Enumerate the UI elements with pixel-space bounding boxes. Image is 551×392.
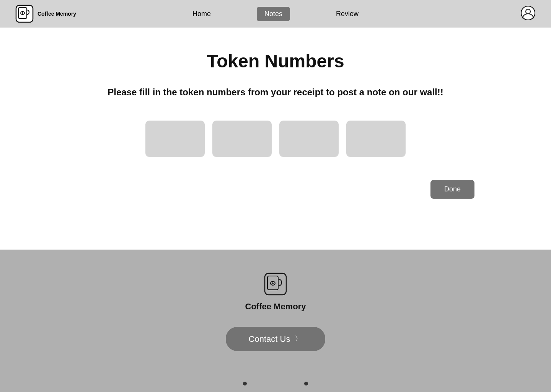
svg-point-4 <box>526 9 530 14</box>
footer-brand-name: Coffee Memory <box>245 302 306 312</box>
nav-home[interactable]: Home <box>185 7 218 21</box>
nav-links: Home Notes Review <box>185 7 366 21</box>
coffee-memory-logo-icon <box>15 5 34 23</box>
nav-notes[interactable]: Notes <box>257 7 290 21</box>
page-title: Token Numbers <box>0 51 551 72</box>
token-input-1[interactable] <box>145 121 205 157</box>
token-inputs-row <box>0 121 551 157</box>
brand-logo[interactable]: Coffee Memory <box>15 5 76 23</box>
user-icon[interactable] <box>520 5 536 22</box>
token-input-4[interactable] <box>346 121 406 157</box>
footer-logo-icon <box>264 273 287 296</box>
nav-review[interactable]: Review <box>328 7 366 21</box>
footer-dots <box>243 382 308 385</box>
contact-us-button[interactable]: Contact Us 〉 <box>226 327 326 351</box>
footer-dot-2 <box>304 382 308 385</box>
navbar: Coffee Memory Home Notes Review <box>0 0 551 28</box>
done-btn-row: Done <box>0 180 551 199</box>
token-input-3[interactable] <box>279 121 339 157</box>
done-button[interactable]: Done <box>430 180 474 199</box>
footer-dot-1 <box>243 382 247 385</box>
contact-us-chevron-icon: 〉 <box>295 334 302 344</box>
footer: Coffee Memory Contact Us 〉 <box>0 250 551 392</box>
brand-name-text: Coffee Memory <box>37 10 76 17</box>
contact-us-label: Contact Us <box>249 334 290 344</box>
main-content: Token Numbers Please fill in the token n… <box>0 28 551 250</box>
page-subtitle: Please fill in the token numbers from yo… <box>0 87 551 98</box>
token-input-2[interactable] <box>212 121 272 157</box>
